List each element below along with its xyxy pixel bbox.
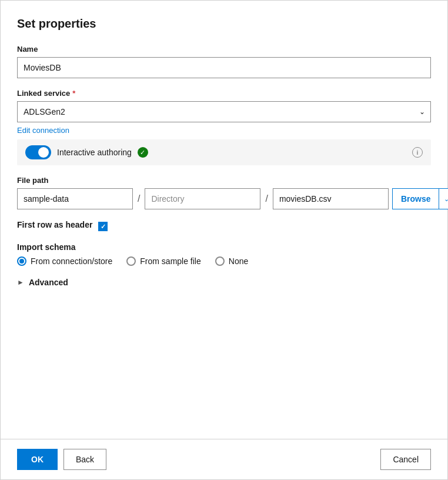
auth-status-icon: ✓ [138, 147, 148, 158]
panel-footer: OK Back Cancel [1, 439, 447, 479]
first-row-header-row: First row as header [17, 220, 431, 233]
advanced-label: Advanced [29, 278, 68, 287]
browse-btn-group: Browse ⌄ [392, 188, 448, 209]
advanced-section[interactable]: ► Advanced [17, 278, 431, 287]
file-path-field-group: File path / / Browse ⌄ [17, 176, 431, 209]
set-properties-panel: Set properties Name Linked service * ADL… [0, 0, 448, 480]
ok-button[interactable]: OK [17, 449, 58, 470]
file-path-segment3[interactable] [273, 188, 389, 209]
path-separator-2: / [264, 194, 269, 204]
radio-none[interactable]: None [215, 256, 248, 266]
radio-from-sample[interactable]: From sample file [126, 256, 200, 266]
linked-service-select[interactable]: ADLSGen2 [17, 101, 431, 122]
import-schema-label: Import schema [17, 242, 431, 252]
name-field-group: Name [17, 45, 431, 78]
panel-title: Set properties [17, 17, 431, 31]
radio-from-connection-label: From connection/store [31, 256, 112, 266]
info-icon[interactable]: i [412, 147, 423, 158]
path-separator-1: / [136, 194, 141, 204]
radio-from-sample-label: From sample file [140, 256, 200, 266]
cancel-button[interactable]: Cancel [380, 449, 431, 470]
first-row-header-checkbox[interactable] [98, 222, 108, 231]
file-path-segment2[interactable] [145, 188, 260, 209]
interactive-auth-toggle[interactable] [25, 145, 51, 159]
first-row-header-label: First row as header [17, 220, 92, 229]
file-path-label: File path [17, 176, 431, 185]
linked-service-label: Linked service * [17, 89, 431, 98]
required-indicator: * [72, 89, 75, 98]
linked-service-select-wrapper: ADLSGen2 ⌄ [17, 101, 431, 122]
name-label: Name [17, 45, 431, 54]
import-schema-section: Import schema From connection/store From… [17, 242, 431, 266]
file-path-segment1[interactable] [17, 188, 133, 209]
back-button[interactable]: Back [63, 449, 106, 470]
browse-button[interactable]: Browse [393, 189, 439, 209]
radio-from-connection-circle [17, 256, 26, 266]
chevron-right-icon: ► [17, 278, 24, 286]
interactive-auth-row: Interactive authoring ✓ i [17, 139, 431, 165]
edit-connection-link[interactable]: Edit connection [17, 126, 69, 135]
interactive-auth-label: Interactive authoring [57, 148, 132, 157]
import-schema-radio-group: From connection/store From sample file N… [17, 256, 431, 266]
radio-none-label: None [229, 256, 248, 266]
radio-from-sample-circle [126, 256, 136, 266]
radio-none-circle [215, 256, 225, 266]
browse-dropdown-button[interactable]: ⌄ [439, 189, 448, 209]
linked-service-field-group: Linked service * ADLSGen2 ⌄ Edit connect… [17, 89, 431, 165]
file-path-row: / / Browse ⌄ [17, 188, 431, 209]
radio-from-connection[interactable]: From connection/store [17, 256, 112, 266]
name-input[interactable] [17, 57, 431, 78]
